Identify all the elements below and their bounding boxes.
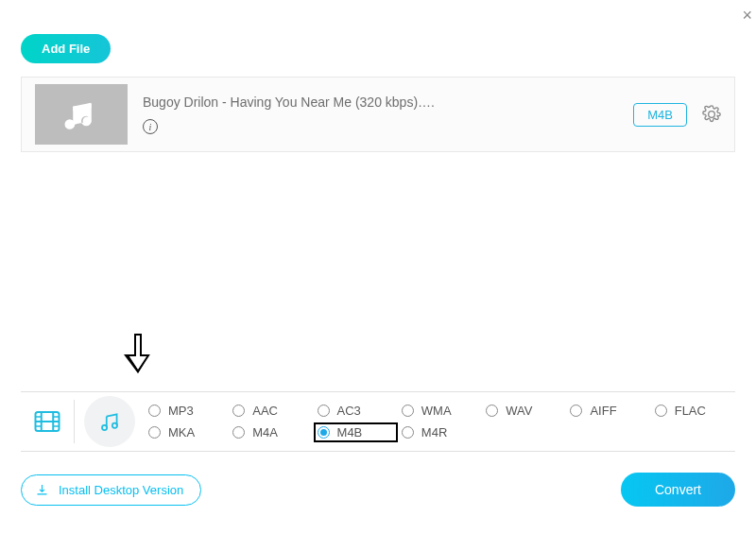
format-option-label: WAV: [506, 404, 532, 418]
audio-category-icon[interactable]: [84, 396, 135, 447]
format-grid: MP3AACAC3WMAWAVAIFFFLACMKAM4AM4BM4R: [145, 397, 735, 446]
format-option-label: MP3: [168, 404, 194, 418]
file-thumbnail: [35, 84, 128, 145]
format-option-label: AAC: [252, 404, 278, 418]
radio-icon: [402, 405, 414, 417]
format-option-m4r[interactable]: M4R: [398, 422, 482, 442]
radio-icon: [148, 426, 161, 439]
format-option-label: AC3: [337, 404, 361, 418]
file-title: Bugoy Drilon - Having You Near Me (320 k…: [143, 95, 618, 110]
formats-section: MP3AACAC3WMAWAVAIFFFLACMKAM4AM4BM4R: [21, 391, 735, 452]
format-option-label: AIFF: [590, 404, 616, 418]
music-note-icon: [61, 95, 101, 134]
radio-icon: [570, 405, 582, 417]
category-divider: [74, 400, 75, 443]
install-desktop-button[interactable]: Install Desktop Version: [21, 474, 201, 506]
format-option-label: FLAC: [675, 404, 706, 418]
convert-button[interactable]: Convert: [621, 473, 735, 507]
download-icon: [35, 483, 49, 497]
install-desktop-label: Install Desktop Version: [59, 483, 183, 497]
radio-icon: [232, 405, 245, 417]
radio-icon: [402, 426, 414, 439]
svg-point-13: [112, 423, 117, 428]
radio-icon: [318, 405, 330, 417]
format-option-ac3[interactable]: AC3: [314, 401, 398, 421]
close-icon[interactable]: ×: [742, 6, 752, 26]
gear-icon[interactable]: [702, 105, 721, 124]
svg-rect-3: [88, 104, 91, 122]
radio-icon: [318, 426, 330, 439]
radio-icon: [148, 405, 161, 417]
file-meta: Bugoy Drilon - Having You Near Me (320 k…: [143, 95, 618, 134]
format-option-label: M4R: [421, 425, 447, 439]
add-file-button[interactable]: Add File: [21, 34, 111, 63]
format-option-aac[interactable]: AAC: [229, 401, 313, 421]
bottom-bar: Install Desktop Version Convert: [21, 473, 735, 507]
format-option-m4b[interactable]: M4B: [314, 422, 398, 442]
radio-icon: [486, 405, 498, 417]
format-option-m4a[interactable]: M4A: [229, 422, 313, 442]
format-option-flac[interactable]: FLAC: [651, 401, 735, 421]
format-option-mp3[interactable]: MP3: [145, 401, 229, 421]
radio-icon: [232, 426, 245, 439]
format-option-aiff[interactable]: AIFF: [566, 401, 650, 421]
arrow-down-annotation: [124, 334, 152, 377]
file-actions: M4B: [633, 103, 721, 127]
radio-icon: [655, 405, 667, 417]
format-option-mka[interactable]: MKA: [145, 422, 229, 442]
format-badge[interactable]: M4B: [633, 103, 687, 127]
format-option-label: MKA: [168, 425, 195, 439]
file-card: Bugoy Drilon - Having You Near Me (320 k…: [21, 77, 735, 152]
format-option-label: M4B: [337, 425, 363, 439]
svg-rect-2: [73, 106, 76, 124]
video-category-icon[interactable]: [26, 407, 68, 436]
format-option-wma[interactable]: WMA: [398, 401, 482, 421]
format-option-label: WMA: [421, 404, 452, 418]
format-option-label: M4A: [252, 425, 278, 439]
info-icon[interactable]: i: [143, 119, 158, 134]
format-option-wav[interactable]: WAV: [482, 401, 566, 421]
